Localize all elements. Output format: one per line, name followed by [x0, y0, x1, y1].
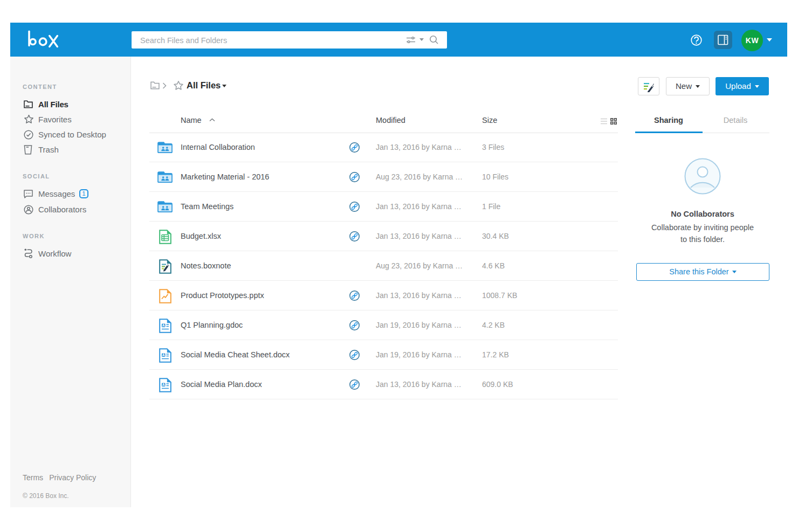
svg-text:A: A: [162, 383, 165, 386]
svg-text:A: A: [162, 323, 165, 327]
svg-text:A: A: [162, 353, 165, 357]
